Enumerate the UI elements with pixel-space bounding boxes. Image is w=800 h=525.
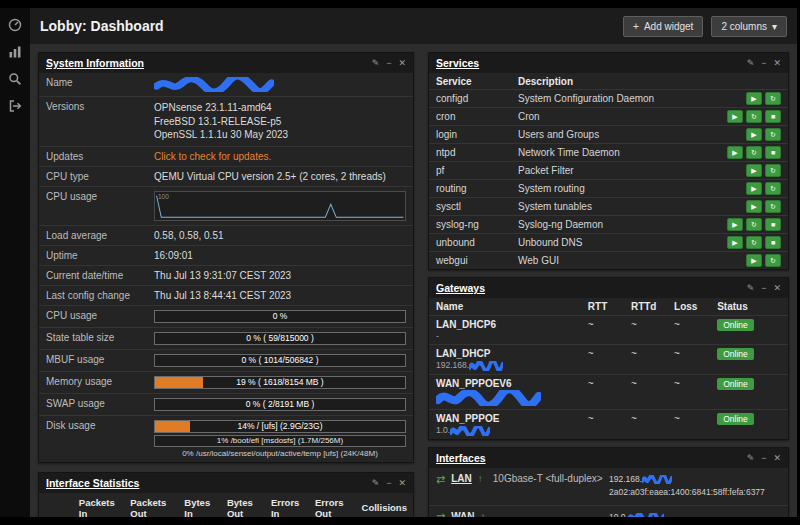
disk-boot-bar: 1% /boot/efi [msdosfs] (1.7M/256M) xyxy=(154,435,406,447)
disk-bar: 14% / [ufs] (2.9G/23G) xyxy=(154,420,406,433)
service-restart-button[interactable]: ↻ xyxy=(765,92,781,105)
service-start-button[interactable]: ▶ xyxy=(746,254,762,267)
service-name: cron xyxy=(436,111,518,122)
service-start-button[interactable]: ▶ xyxy=(727,236,743,249)
service-stop-button[interactable]: ■ xyxy=(765,110,781,123)
service-restart-button[interactable]: ↻ xyxy=(746,236,762,249)
interface-ipv6: 2a02:a03f:eaea:1400:6841:58ff:fefa:6377 xyxy=(609,486,781,500)
service-description: Syslog-ng Daemon xyxy=(518,219,727,230)
si-label: Name xyxy=(39,73,147,96)
play-icon: ▶ xyxy=(751,95,756,102)
widget-title: Interfaces xyxy=(436,452,486,464)
close-icon[interactable]: ✕ xyxy=(773,283,781,293)
reporting-icon[interactable] xyxy=(8,45,22,59)
service-name: sysctl xyxy=(436,201,518,212)
service-start-button[interactable]: ▶ xyxy=(727,146,743,159)
si-row-mbuf: MBUF usage 0 % ( 1014/506842 ) xyxy=(39,350,413,372)
gateway-name: LAN_DHCP6 xyxy=(436,319,588,330)
refresh-icon: ↻ xyxy=(751,149,757,156)
si-row-lastconfig: Last config change Thu Jul 13 8:44:41 CE… xyxy=(39,286,413,306)
widget-title: Interface Statistics xyxy=(46,477,139,489)
link-up-icon: ↑ xyxy=(481,511,486,517)
gateway-ip: 192.168. xyxy=(436,360,588,371)
service-stop-button[interactable]: ■ xyxy=(765,218,781,231)
collapse-icon[interactable]: − xyxy=(761,453,766,463)
cpu-usage-bar: 0 % xyxy=(154,310,406,323)
system-information-widget: System Information ✎ − ✕ Name xyxy=(38,52,414,463)
service-description: System Configuration Daemon xyxy=(518,93,746,104)
gateway-row: LAN_DHCP 192.168. ~ ~ ~ Online xyxy=(429,345,788,375)
service-start-button[interactable]: ▶ xyxy=(746,164,762,177)
system-information-body: Name Versions OPNsense 23.1.11-amd64 xyxy=(39,73,413,462)
close-icon[interactable]: ✕ xyxy=(398,58,406,68)
status-badge: Online xyxy=(717,348,754,360)
gateway-row: WAN_PPPOE 1.0. ~ ~ ~ Online xyxy=(429,410,788,439)
si-row-memory: Memory usage 19 % ( 1618/8154 MB ) xyxy=(39,372,413,394)
swap-arrows-icon: ⇄ xyxy=(436,511,445,517)
interface-link-lan[interactable]: LAN xyxy=(451,473,472,484)
widget-header: Interface Statistics ✎ − ✕ xyxy=(39,473,413,493)
edit-icon[interactable]: ✎ xyxy=(747,58,755,68)
widget-header: System Information ✎ − ✕ xyxy=(39,53,413,73)
service-stop-button[interactable]: ■ xyxy=(765,146,781,159)
redacted-scribble xyxy=(450,426,490,436)
service-start-button[interactable]: ▶ xyxy=(746,128,762,141)
status-badge: Online xyxy=(717,413,754,425)
close-icon[interactable]: ✕ xyxy=(773,453,781,463)
service-name: routing xyxy=(436,183,518,194)
plus-icon: + xyxy=(633,21,639,32)
add-widget-button[interactable]: + Add widget xyxy=(623,16,703,37)
widget-title: System Information xyxy=(46,57,144,69)
status-badge: Online xyxy=(717,378,754,390)
edit-icon[interactable]: ✎ xyxy=(372,58,380,68)
service-restart-button[interactable]: ↻ xyxy=(746,110,762,123)
dashboard-icon[interactable] xyxy=(8,18,22,32)
services-table-header: Service Description xyxy=(429,73,788,90)
play-icon: ▶ xyxy=(751,131,756,138)
service-start-button[interactable]: ▶ xyxy=(727,110,743,123)
si-row-load: Load average 0.58, 0.58, 0.51 xyxy=(39,226,413,246)
search-icon[interactable] xyxy=(8,72,22,86)
chevron-down-icon: ▾ xyxy=(772,21,777,32)
close-icon[interactable]: ✕ xyxy=(773,58,781,68)
edit-icon[interactable]: ✎ xyxy=(747,283,755,293)
service-restart-button[interactable]: ↻ xyxy=(765,164,781,177)
service-description: System routing xyxy=(518,183,746,194)
play-icon: ▶ xyxy=(732,221,737,228)
stop-icon: ■ xyxy=(771,221,775,228)
service-restart-button[interactable]: ↻ xyxy=(765,128,781,141)
logout-icon[interactable] xyxy=(8,99,22,113)
collapse-icon[interactable]: − xyxy=(761,58,766,68)
edit-icon[interactable]: ✎ xyxy=(372,478,380,488)
refresh-icon: ↻ xyxy=(751,221,757,228)
edit-icon[interactable]: ✎ xyxy=(747,453,755,463)
stop-icon: ■ xyxy=(771,239,775,246)
service-restart-button[interactable]: ↻ xyxy=(765,254,781,267)
service-start-button[interactable]: ▶ xyxy=(746,200,762,213)
service-start-button[interactable]: ▶ xyxy=(746,92,762,105)
interface-link-wan[interactable]: WAN xyxy=(451,511,474,517)
service-restart-button[interactable]: ↻ xyxy=(746,146,762,159)
play-icon: ▶ xyxy=(732,239,737,246)
service-description: Cron xyxy=(518,111,727,122)
columns-select[interactable]: 2 columns ▾ xyxy=(711,16,787,37)
service-restart-button[interactable]: ↻ xyxy=(765,200,781,213)
service-name: pf xyxy=(436,165,518,176)
widget-header: Interfaces ✎ − ✕ xyxy=(429,448,788,468)
service-restart-button[interactable]: ↻ xyxy=(765,182,781,195)
refresh-icon: ↻ xyxy=(770,257,776,264)
collapse-icon[interactable]: − xyxy=(386,478,391,488)
service-row: sysctl System tunables ▶ ↻ xyxy=(429,198,788,216)
service-stop-button[interactable]: ■ xyxy=(765,236,781,249)
service-start-button[interactable]: ▶ xyxy=(727,218,743,231)
si-row-datetime: Current date/time Thu Jul 13 9:31:07 CES… xyxy=(39,266,413,286)
collapse-icon[interactable]: − xyxy=(761,283,766,293)
service-restart-button[interactable]: ↻ xyxy=(746,218,762,231)
service-start-button[interactable]: ▶ xyxy=(746,182,762,195)
si-value xyxy=(147,73,413,96)
close-icon[interactable]: ✕ xyxy=(398,478,406,488)
collapse-icon[interactable]: − xyxy=(386,58,391,68)
play-icon: ▶ xyxy=(751,257,756,264)
gateway-ip xyxy=(436,390,588,406)
check-updates-link[interactable]: Click to check for updates. xyxy=(154,151,271,162)
